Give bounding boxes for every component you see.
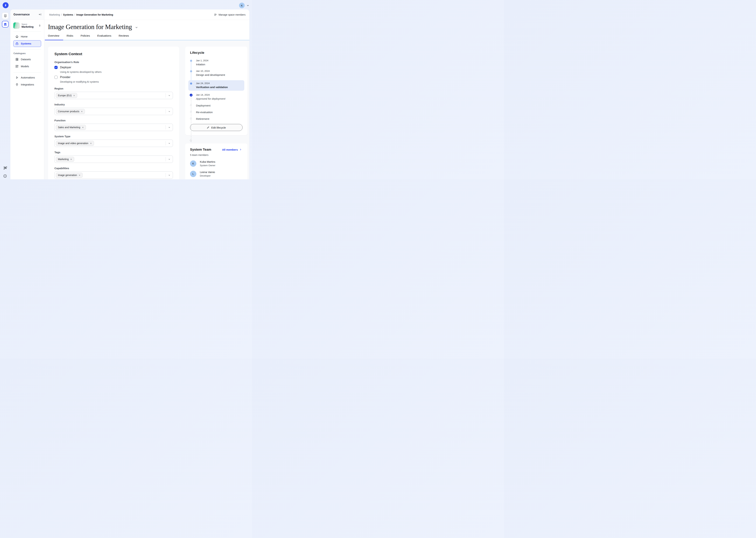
breadcrumb-item[interactable]: Systems (63, 13, 73, 16)
chevron-down-icon[interactable] (168, 94, 170, 97)
lifecycle-event-deployment[interactable]: Deployment (190, 104, 243, 107)
user-menu[interactable]: K (239, 3, 249, 8)
space-switcher[interactable]: Space Marketing (13, 23, 41, 29)
event-label: Design and development (196, 74, 243, 76)
sidebar-item-integrations[interactable]: Integrations (13, 81, 41, 88)
tools-icon[interactable] (3, 166, 7, 170)
timeline-ring-icon (190, 118, 192, 120)
field-label: Capabilities (54, 167, 173, 170)
deployer-checkbox[interactable] (54, 66, 58, 69)
system-type-select[interactable]: Image and video generation (54, 139, 173, 147)
edit-lifecycle-label: Edit lifecycle (211, 126, 226, 129)
all-members-label: All members (222, 148, 238, 151)
region-select[interactable]: Europe (EU) (54, 92, 173, 99)
sidebar-title: Governance (14, 13, 29, 16)
sidebar-item-systems[interactable]: Systems (13, 40, 41, 47)
rail-item-governance[interactable] (2, 21, 9, 27)
sidebar-item-automations[interactable]: Automations (13, 74, 41, 81)
capabilities-select[interactable]: Image generation (54, 172, 173, 179)
lifecycle-event-design[interactable]: Jan 10, 2024 Design and development (190, 70, 243, 76)
edit-lifecycle-button[interactable]: Edit lifecycle (190, 124, 243, 131)
timeline-dot-icon (190, 82, 192, 84)
home-icon (15, 35, 19, 38)
sidebar-item-models[interactable]: Models (13, 63, 41, 70)
remove-tag-icon[interactable] (81, 111, 83, 112)
chevron-down-icon[interactable] (168, 174, 170, 176)
field-industry: Industry Consumer products (54, 103, 173, 115)
chevron-down-icon[interactable] (247, 4, 249, 7)
datasets-stack-icon (15, 58, 19, 61)
avatar[interactable]: K (239, 3, 245, 8)
breadcrumb-bar: Marketing / Systems / Image Generation f… (44, 10, 249, 20)
tab-overview[interactable]: Overview (48, 34, 59, 40)
lifecycle-event-initiation[interactable]: Jan 1, 2024 Initation (190, 59, 243, 66)
lifecycle-event-retirement[interactable]: Retirement (190, 117, 243, 121)
manage-space-members-button[interactable]: Manage space members (214, 13, 246, 16)
breadcrumb-item-current[interactable]: Image Generation for Marketing (76, 13, 113, 16)
sidebar-item-datasets[interactable]: Datasets (13, 56, 41, 63)
lifecycle-event-verification-current[interactable]: Jan 24, 2024 Verifcation and validation (188, 80, 244, 91)
tab-evaluations[interactable]: Evaluations (97, 34, 111, 40)
tag-label: Europe (EU) (58, 94, 71, 97)
rail-footer (3, 166, 7, 178)
remove-tag-icon[interactable] (78, 174, 80, 176)
sidebar-item-label: Integrations (21, 83, 34, 86)
team-member-row[interactable]: K Kuba Martins System Owner (190, 160, 243, 167)
tag-label: Sales and Marketing (58, 126, 80, 129)
sidebar-item-label: Automations (21, 76, 35, 79)
member-role: Developer (200, 175, 215, 177)
tab-reviews[interactable]: Reviews (118, 34, 129, 40)
function-select[interactable]: Sales and Marketing (54, 124, 173, 131)
space-name: Marketing (22, 26, 36, 28)
field-label: Function (54, 119, 173, 122)
checkbox-label[interactable]: Provider (60, 76, 71, 79)
tab-risks[interactable]: Risks (67, 34, 73, 40)
tab-policies[interactable]: Policies (81, 34, 90, 40)
remove-tag-icon[interactable] (70, 158, 72, 160)
breadcrumb-separator: / (74, 13, 75, 16)
info-icon[interactable] (3, 174, 7, 178)
breadcrumb-separator: / (61, 13, 62, 16)
field-function: Function Sales and Marketing (54, 119, 173, 131)
collapse-sidebar-icon[interactable] (38, 13, 41, 16)
lifecycle-event-re-evaluation[interactable]: Re-evaluation (190, 111, 243, 114)
event-date: Jan 1, 2024 (196, 59, 243, 62)
timeline-ring-icon (190, 104, 192, 106)
system-team-card: System Team All members 5 team members K (185, 143, 248, 179)
rail-item-docs[interactable] (2, 13, 9, 19)
field-system-type: System Type Image and video generation (54, 135, 173, 147)
app-logo[interactable] (3, 2, 9, 8)
app-shell: Governance Space Marketing (10, 10, 249, 179)
field-region: Region Europe (EU) (54, 87, 173, 99)
section-heading: System Team (190, 148, 211, 151)
tag-label: Marketing (58, 158, 69, 161)
checkbox-row-deployer: Deployer (54, 66, 173, 69)
models-shapes-icon (15, 65, 19, 68)
chevron-down-icon[interactable] (168, 142, 170, 144)
industry-select[interactable]: Consumer products (54, 108, 173, 115)
provider-checkbox[interactable] (54, 76, 58, 79)
all-members-link[interactable]: All members (222, 148, 242, 151)
remove-tag-icon[interactable] (90, 142, 92, 144)
event-label: Deployment (196, 104, 243, 107)
sidebar-item-home[interactable]: Home (13, 33, 41, 40)
checkbox-label[interactable]: Deployer (60, 66, 71, 69)
lifecycle-event-approved[interactable]: Jan 14, 2024 Approved for deployment (190, 93, 243, 100)
chevron-down-icon[interactable] (135, 26, 138, 29)
event-label: Approved for deployment (196, 97, 243, 100)
lightning-icon (4, 4, 7, 7)
remove-tag-icon[interactable] (73, 94, 75, 96)
breadcrumb-item[interactable]: Marketing (49, 13, 60, 16)
team-member-row[interactable]: L Leena Vainio Developer (190, 171, 243, 177)
remove-tag-icon[interactable] (82, 127, 84, 128)
chevron-down-icon[interactable] (168, 110, 170, 113)
system-context-card: System Context Organisation’s Role Deplo… (48, 47, 179, 179)
selected-tag: Marketing (56, 157, 74, 162)
tags-select[interactable]: Marketing (54, 155, 173, 163)
chevron-down-icon[interactable] (168, 158, 170, 160)
event-label: Retirement (196, 117, 243, 121)
sidebar-item-label: Home (21, 35, 28, 38)
divider (165, 157, 166, 161)
field-label: Tags (54, 151, 173, 154)
chevron-down-icon[interactable] (168, 126, 170, 129)
